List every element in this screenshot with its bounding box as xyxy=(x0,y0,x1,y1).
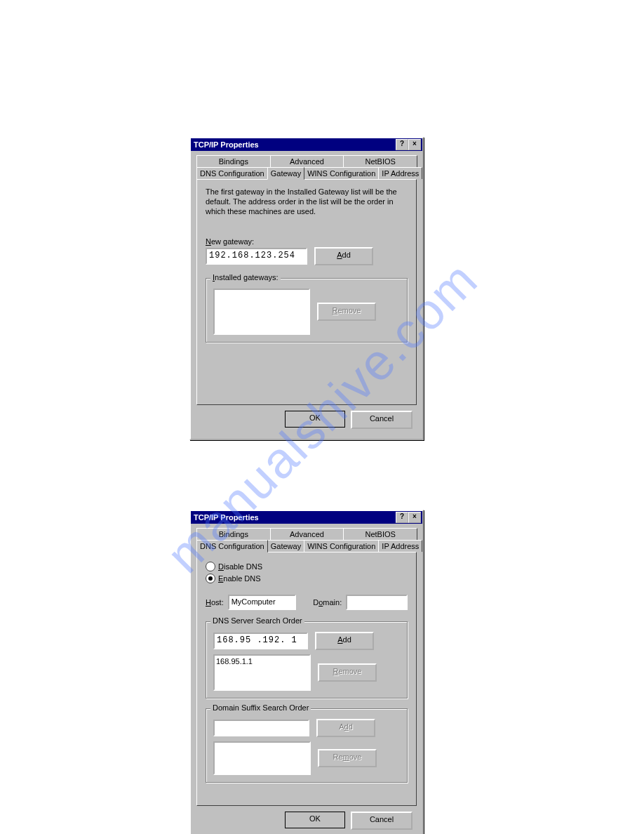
titlebar: TCP/IP Properties ? × xyxy=(191,511,422,524)
tab-gateway[interactable]: Gateway xyxy=(267,167,304,180)
dns-ip-input[interactable]: 168.95 .192. 1 xyxy=(213,633,308,649)
suffix-add-button[interactable]: Add xyxy=(316,719,375,737)
host-label: Host: xyxy=(206,598,224,607)
dns-remove-button[interactable]: Remove xyxy=(318,663,377,682)
domain-suffix-label: Domain Suffix Search Order xyxy=(210,703,311,712)
tab-advanced[interactable]: Advanced xyxy=(270,155,344,167)
tab-netbios[interactable]: NetBIOS xyxy=(343,155,417,167)
radio-icon xyxy=(206,562,215,571)
ok-button[interactable]: OK xyxy=(285,411,345,428)
dns-add-button[interactable]: Add xyxy=(315,632,374,650)
close-button[interactable]: × xyxy=(408,512,421,523)
installed-gateways-label: Installed gateways: xyxy=(210,273,281,282)
tab-ip-address[interactable]: IP Address xyxy=(378,540,422,552)
cancel-button[interactable]: Cancel xyxy=(351,411,412,429)
new-gateway-input[interactable]: 192.168.123.254 xyxy=(206,248,307,265)
dialog-title: TCP/IP Properties xyxy=(194,138,396,151)
installed-gateways-list[interactable] xyxy=(213,289,310,335)
domain-input[interactable] xyxy=(346,595,408,610)
close-button[interactable]: × xyxy=(408,139,421,150)
help-button[interactable]: ? xyxy=(396,512,408,523)
add-gateway-button[interactable]: Add xyxy=(314,247,373,265)
tab-wins-configuration[interactable]: WINS Configuration xyxy=(304,540,379,552)
dialog-title: TCP/IP Properties xyxy=(194,511,396,524)
tab-netbios[interactable]: NetBIOS xyxy=(343,528,417,540)
tab-dns-configuration[interactable]: DNS Configuration xyxy=(196,540,268,552)
gateway-description: The first gateway in the Installed Gatew… xyxy=(206,187,408,216)
enable-dns-radio[interactable]: Enable DNS xyxy=(206,574,408,583)
tab-wins-configuration[interactable]: WINS Configuration xyxy=(304,167,379,179)
dns-search-order-label: DNS Server Search Order xyxy=(210,616,304,625)
tab-bindings[interactable]: Bindings xyxy=(196,155,271,167)
titlebar: TCP/IP Properties ? × xyxy=(191,138,422,151)
domain-label: Domain: xyxy=(313,598,342,607)
tab-ip-address[interactable]: IP Address xyxy=(378,167,422,179)
new-gateway-label: New gateway: xyxy=(206,237,408,246)
ok-button[interactable]: OK xyxy=(285,812,345,828)
dns-list[interactable]: 168.95.1.1 xyxy=(213,654,311,691)
cancel-button[interactable]: Cancel xyxy=(351,812,412,830)
tab-gateway[interactable]: Gateway xyxy=(267,540,304,552)
tcpip-properties-dialog-gateway: TCP/IP Properties ? × Bindings Advanced … xyxy=(189,137,424,440)
suffix-remove-button[interactable]: Remove xyxy=(318,749,377,767)
radio-icon xyxy=(206,574,215,583)
disable-dns-radio[interactable]: Disable DNS xyxy=(206,562,408,571)
gateway-panel: The first gateway in the Installed Gatew… xyxy=(196,179,417,405)
tcpip-properties-dialog-dns: TCP/IP Properties ? × Bindings Advanced … xyxy=(189,510,424,834)
remove-gateway-button[interactable]: Remove xyxy=(317,303,376,321)
suffix-list[interactable] xyxy=(213,741,311,775)
tab-bindings[interactable]: Bindings xyxy=(196,528,271,540)
host-input[interactable]: MyComputer xyxy=(228,595,297,610)
tab-advanced[interactable]: Advanced xyxy=(270,528,344,540)
help-button[interactable]: ? xyxy=(396,139,408,150)
tab-dns-configuration[interactable]: DNS Configuration xyxy=(196,167,268,179)
suffix-input[interactable] xyxy=(213,720,309,736)
dns-panel: Disable DNS Enable DNS Host: MyComputer … xyxy=(196,552,417,806)
